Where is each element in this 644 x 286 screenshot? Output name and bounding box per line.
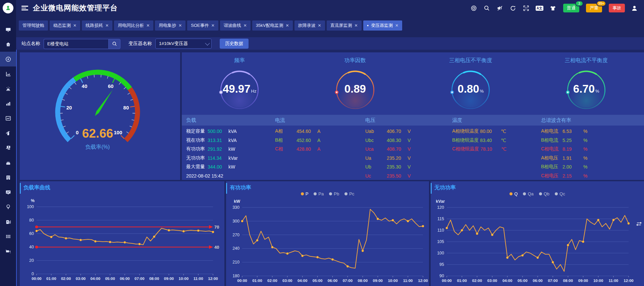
tab-close-icon[interactable]: ✕ (105, 23, 109, 28)
charging-station-icon (5, 219, 11, 225)
tabs: 管理驾驶舱稳态监测✕线路损耗✕用电同比分析✕用电集抄✕SOE事件✕谐波曲线✕35… (16, 20, 402, 31)
sidebar-item-14[interactable] (0, 214, 16, 229)
translate-icon[interactable]: A文 (536, 6, 543, 11)
ring-value: 6.70% (561, 83, 611, 95)
svg-text:02:00: 02:00 (472, 279, 482, 283)
tab-谐波曲线[interactable]: 谐波曲线✕ (220, 20, 251, 31)
tab-线路损耗[interactable]: 线路损耗✕ (82, 20, 112, 31)
row-unit: V (408, 164, 411, 170)
tab-close-icon[interactable]: ✕ (244, 23, 247, 28)
tab-close-icon[interactable]: ✕ (178, 23, 182, 28)
sidebar-item-15[interactable] (0, 229, 16, 244)
ring-value-unit: % (480, 89, 484, 94)
svg-text:06:00: 06:00 (533, 279, 542, 283)
svg-text:07:00: 07:00 (343, 279, 353, 283)
table-row: B相电压2.00% (541, 162, 587, 172)
row-label: 最大需量 (186, 164, 206, 170)
row-unit: kVar (228, 155, 238, 161)
alarm-badge-2[interactable]: 严重99+ (586, 4, 602, 12)
chart-drawer-toggle-icon[interactable] (636, 221, 642, 227)
sidebar-item-9[interactable] (0, 140, 16, 155)
refresh-icon[interactable] (509, 4, 517, 12)
theme-shirt-icon[interactable] (549, 4, 556, 12)
tab-close-icon[interactable]: ✕ (355, 23, 358, 28)
svg-text:04:00: 04:00 (502, 279, 512, 283)
fullscreen-icon[interactable] (523, 4, 530, 12)
app-logo[interactable] (3, 3, 13, 13)
tab-用电集抄[interactable]: 用电集抄✕ (155, 20, 185, 31)
documents-stack-icon (5, 160, 11, 165)
sidebar-item-3[interactable] (0, 52, 16, 66)
tab-故障录波[interactable]: 故障录波✕ (294, 20, 325, 31)
tab-变压器监测[interactable]: ●变压器监测✕ (363, 20, 402, 31)
sidebar-item-2[interactable] (0, 37, 16, 52)
svg-text:01:00: 01:00 (457, 279, 467, 283)
sidebar-item-13[interactable] (0, 199, 16, 214)
tab-35kV配电监测[interactable]: 35kV配电监测✕ (252, 20, 293, 31)
ring-graphic: 0.89 (330, 65, 380, 113)
at-circle-icon[interactable] (470, 4, 478, 12)
row-unit: % (583, 129, 587, 134)
tab-稳态监测[interactable]: 稳态监测✕ (50, 20, 80, 31)
row-value: 452.60 (297, 138, 317, 143)
row-unit: kVA (228, 138, 237, 143)
sidebar-item-7[interactable] (0, 111, 16, 126)
hamburger-icon[interactable] (21, 6, 28, 10)
column-header-温度: 温度 (448, 117, 537, 124)
sidebar-item-16[interactable] (0, 244, 16, 258)
site-name-input[interactable] (44, 39, 108, 49)
user-icon[interactable] (631, 4, 638, 12)
sidebar-item-8[interactable] (0, 126, 16, 140)
svg-text:300: 300 (232, 219, 239, 224)
column-header-负载: 负载 (182, 117, 271, 124)
site-search-button[interactable] (108, 39, 120, 49)
sidebar-item-11[interactable] (0, 170, 16, 185)
table-column-负载: 额定容量500.00kVA视在功率313.31kVA有功功率291.92kW无功… (182, 127, 271, 180)
bar-chart-icon (5, 101, 11, 106)
sidebar-item-12[interactable] (0, 185, 16, 199)
sidebar-item-1[interactable] (0, 22, 16, 37)
tab-用电同比分析[interactable]: 用电同比分析✕ (114, 20, 153, 31)
row-label: Uc (365, 173, 385, 179)
tab-close-icon[interactable]: ✕ (395, 23, 398, 28)
tab-直流屏监测[interactable]: 直流屏监测✕ (327, 20, 362, 31)
alarm-badge-1[interactable]: 普通3 (563, 4, 579, 12)
sidebar-item-6[interactable] (0, 96, 16, 111)
tab-SOE事件[interactable]: SOE事件✕ (187, 20, 218, 31)
tab-管理驾驶舱[interactable]: 管理驾驶舱 (19, 20, 48, 31)
realtime-metrics-panel: 频率49.97Hz功率因数0.89三相电压不平衡度0.80%三相电流不平衡度6.… (182, 52, 644, 180)
tab-close-icon[interactable]: ✕ (211, 23, 215, 28)
tab-close-icon[interactable]: ✕ (318, 23, 321, 28)
chevron-down-icon (205, 41, 210, 45)
tab-label: 直流屏监测 (330, 22, 352, 29)
sidebar-menu (0, 22, 16, 258)
row-value: 5.25 (562, 138, 583, 143)
load-rate-gauge: 02040608010062.66负载率(%) (20, 52, 180, 180)
svg-text:02:00: 02:00 (267, 279, 277, 283)
search-icon[interactable] (483, 4, 491, 12)
alarm-badge-count: 3 (575, 1, 583, 6)
svg-text:110: 110 (437, 228, 444, 233)
transformer-select[interactable]: 1#10kV变压器 (155, 39, 212, 49)
alarm-badge-count: 99+ (596, 1, 606, 6)
speaker-muted-icon[interactable] (496, 4, 504, 12)
history-data-button[interactable]: 历史数据 (220, 39, 249, 49)
ring-graphic: 6.70% (561, 65, 611, 113)
sidebar-item-4[interactable] (0, 66, 16, 81)
tab-close-icon[interactable]: ✕ (146, 23, 150, 28)
row-value: 235.30 (387, 164, 408, 170)
sidebar (0, 0, 16, 286)
alarm-badge-3[interactable]: 事故 (609, 4, 625, 12)
tab-close-icon[interactable]: ✕ (285, 23, 289, 28)
tab-close-icon[interactable]: ✕ (73, 23, 76, 28)
sidebar-item-5[interactable] (0, 81, 16, 96)
table-row: A相454.60A (275, 127, 361, 136)
svg-text:240: 240 (232, 246, 239, 251)
transformer-name-label: 变压器名称 (128, 41, 152, 47)
table-row: B相452.60A (275, 136, 361, 145)
row-label: A相电流 (541, 128, 561, 134)
column-header-电流: 电流 (271, 117, 361, 124)
ring-value-number: 0.80 (458, 83, 479, 95)
sidebar-item-10[interactable] (0, 155, 16, 170)
svg-text:100: 100 (27, 204, 34, 209)
